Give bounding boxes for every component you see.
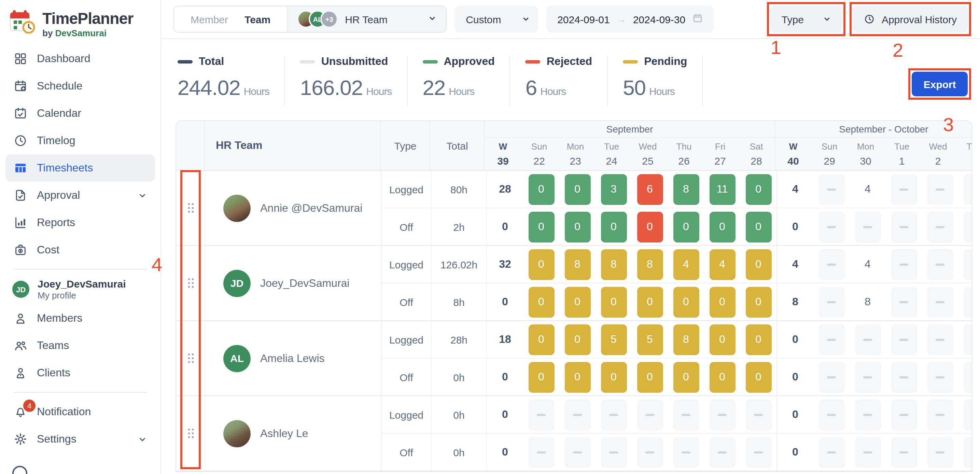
day-cell[interactable]: 8 xyxy=(668,174,704,205)
yellow-day-chip[interactable]: 8 xyxy=(637,249,663,280)
approval-history-button[interactable]: Approval History xyxy=(853,5,968,33)
day-cell[interactable]: 11 xyxy=(704,174,740,205)
day-cell[interactable]: 0 xyxy=(740,249,776,280)
day-cell[interactable] xyxy=(668,399,704,430)
sidebar-item-schedule[interactable]: Schedule xyxy=(5,72,155,100)
day-cell[interactable]: 0 xyxy=(523,362,559,392)
empty-day-chip[interactable] xyxy=(818,212,845,242)
sidebar-item-approval[interactable]: Approval xyxy=(5,182,155,209)
day-cell[interactable]: 0 xyxy=(559,212,595,242)
empty-day-chip[interactable] xyxy=(891,212,917,242)
drag-handle[interactable] xyxy=(176,171,205,245)
green-day-chip[interactable]: 8 xyxy=(673,174,699,205)
day-cell[interactable] xyxy=(595,399,632,430)
day-cell[interactable] xyxy=(922,437,958,468)
green-day-chip[interactable]: 0 xyxy=(745,212,772,242)
yellow-day-chip[interactable]: 0 xyxy=(565,362,590,392)
day-cell[interactable]: 0 xyxy=(523,174,559,205)
day-cell[interactable]: 0 xyxy=(595,212,632,242)
day-cell[interactable]: 0 xyxy=(595,362,632,392)
empty-day-chip[interactable] xyxy=(673,399,699,430)
sidebar-item-cost[interactable]: Cost xyxy=(5,236,155,264)
empty-day-chip[interactable] xyxy=(891,249,917,280)
yellow-day-chip[interactable]: 0 xyxy=(709,286,735,317)
day-cell[interactable]: 0 xyxy=(523,212,559,242)
empty-day-chip[interactable] xyxy=(818,362,845,392)
day-cell[interactable] xyxy=(704,437,740,468)
day-cell[interactable] xyxy=(958,249,972,280)
day-cell[interactable] xyxy=(813,286,850,317)
day-cell[interactable] xyxy=(850,362,886,392)
day-cell[interactable] xyxy=(850,437,886,468)
sidebar-item-clients[interactable]: Clients xyxy=(5,359,155,387)
day-cell[interactable] xyxy=(850,212,886,242)
empty-day-chip[interactable] xyxy=(963,362,972,392)
empty-day-chip[interactable] xyxy=(963,324,972,355)
day-cell[interactable] xyxy=(922,174,958,205)
day-cell[interactable] xyxy=(850,324,886,355)
sidebar-item-timesheets[interactable]: Timesheets xyxy=(5,154,155,182)
yellow-day-chip[interactable]: 8 xyxy=(565,249,590,280)
empty-day-chip[interactable] xyxy=(927,437,953,468)
day-cell[interactable]: 4 xyxy=(850,183,886,195)
day-cell[interactable]: 5 xyxy=(632,324,668,355)
empty-day-chip[interactable] xyxy=(963,437,972,468)
yellow-day-chip[interactable]: 0 xyxy=(601,362,627,392)
empty-day-chip[interactable] xyxy=(927,174,953,205)
empty-day-chip[interactable] xyxy=(709,437,735,468)
day-cell[interactable] xyxy=(958,324,972,355)
day-cell[interactable]: 0 xyxy=(668,212,704,242)
day-cell[interactable] xyxy=(958,174,972,205)
yellow-day-chip[interactable]: 0 xyxy=(528,362,554,392)
sidebar-item-dashboard[interactable]: Dashboard xyxy=(5,45,155,72)
day-cell[interactable] xyxy=(813,174,850,205)
day-cell[interactable] xyxy=(850,399,886,430)
day-cell[interactable] xyxy=(958,437,972,468)
empty-day-chip[interactable] xyxy=(927,249,953,280)
empty-day-chip[interactable] xyxy=(528,437,554,468)
day-cell[interactable]: 0 xyxy=(704,324,740,355)
drag-handle[interactable] xyxy=(176,321,205,396)
yellow-day-chip[interactable]: 0 xyxy=(565,324,590,355)
day-cell[interactable]: 0 xyxy=(740,324,776,355)
empty-day-chip[interactable] xyxy=(891,437,917,468)
empty-day-chip[interactable] xyxy=(891,174,917,205)
day-cell[interactable]: 0 xyxy=(668,286,704,317)
day-cell[interactable]: 0 xyxy=(632,212,668,242)
day-cell[interactable]: 0 xyxy=(523,324,559,355)
day-cell[interactable] xyxy=(523,399,559,430)
sidebar-item-timelog[interactable]: Timelog xyxy=(5,127,155,154)
day-cell[interactable]: 0 xyxy=(523,249,559,280)
yellow-day-chip[interactable]: 0 xyxy=(565,286,590,317)
yellow-day-chip[interactable]: 0 xyxy=(637,362,663,392)
empty-day-chip[interactable] xyxy=(963,249,972,280)
day-cell[interactable]: 8 xyxy=(559,249,595,280)
yellow-day-chip[interactable]: 0 xyxy=(673,286,699,317)
green-day-chip[interactable]: 0 xyxy=(709,212,735,242)
globe-icon[interactable] xyxy=(12,466,27,474)
day-cell[interactable] xyxy=(958,362,972,392)
red-day-chip[interactable]: 6 xyxy=(637,174,663,205)
empty-day-chip[interactable] xyxy=(818,249,845,280)
day-cell[interactable] xyxy=(632,437,668,468)
yellow-day-chip[interactable]: 8 xyxy=(673,324,699,355)
sidebar-item-teams[interactable]: Teams xyxy=(5,332,155,359)
empty-day-chip[interactable] xyxy=(818,324,845,355)
day-cell[interactable] xyxy=(886,174,922,205)
yellow-day-chip[interactable]: 0 xyxy=(745,286,772,317)
empty-day-chip[interactable] xyxy=(855,437,881,468)
empty-day-chip[interactable] xyxy=(818,174,845,205)
sidebar-item-reports[interactable]: Reports xyxy=(5,209,155,236)
yellow-day-chip[interactable]: 0 xyxy=(601,286,627,317)
empty-day-chip[interactable] xyxy=(745,399,772,430)
team-toggle[interactable]: Team xyxy=(245,13,270,25)
day-cell[interactable] xyxy=(704,399,740,430)
green-day-chip[interactable]: 11 xyxy=(709,174,735,205)
yellow-day-chip[interactable]: 5 xyxy=(601,324,627,355)
day-cell[interactable]: 0 xyxy=(740,286,776,317)
yellow-day-chip[interactable]: 0 xyxy=(528,324,554,355)
empty-day-chip[interactable] xyxy=(927,286,953,317)
day-cell[interactable] xyxy=(922,324,958,355)
empty-day-chip[interactable] xyxy=(927,362,953,392)
day-cell[interactable] xyxy=(922,249,958,280)
